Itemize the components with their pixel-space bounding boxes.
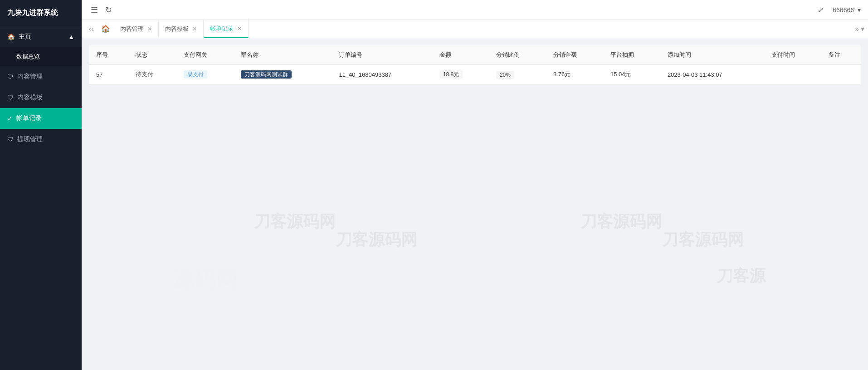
tab-content-management[interactable]: 内容管理 ✕ [114, 20, 159, 38]
content-area-inner: 序号 状态 支付网关 群名称 订单编号 金额 分销比例 分销金额 平台抽拥 添加… [89, 45, 861, 84]
cell-amount: 18.8元 [432, 65, 489, 84]
ratio-badge: 20% [496, 71, 514, 79]
col-group-name: 群名称 [234, 45, 332, 65]
cell-remark [821, 65, 861, 84]
sidebar-data-overview-label: 数据总览 [16, 53, 40, 60]
tab-bar-right: » ▾ [855, 25, 864, 33]
topbar-left: ☰ ↻ [89, 3, 114, 17]
sidebar-bill-record-label: 帐单记录 [16, 114, 42, 123]
sidebar-item-content-management[interactable]: 🛡 内容管理 [0, 66, 82, 87]
tab-bill-record-close[interactable]: ✕ [237, 26, 242, 31]
tab-content-template[interactable]: 内容模板 ✕ [159, 20, 204, 38]
shield-icon-1: 🛡 [7, 73, 14, 80]
gateway-badge: 易支付 [184, 70, 207, 79]
user-chevron-icon[interactable]: ▾ [858, 6, 861, 14]
shield-icon-3: 🛡 [7, 136, 14, 143]
tab-content-template-close[interactable]: ✕ [192, 26, 197, 32]
cell-gateway: 易支付 [176, 65, 234, 84]
tab-bill-record[interactable]: 帐单记录 ✕ [204, 20, 249, 38]
col-amount: 金额 [432, 45, 489, 65]
home-icon: 🏠 [7, 33, 15, 40]
table-header-row: 序号 状态 支付网关 群名称 订单编号 金额 分销比例 分销金额 平台抽拥 添加… [89, 45, 861, 65]
amount-badge: 18.8元 [439, 70, 463, 79]
col-ratio: 分销比例 [489, 45, 546, 65]
col-remark: 备注 [821, 45, 861, 65]
sidebar-item-bill-record[interactable]: ✓ 帐单记录 [0, 108, 82, 129]
bill-table: 序号 状态 支付网关 群名称 订单编号 金额 分销比例 分销金额 平台抽拥 添加… [89, 45, 861, 84]
app-logo: 九块九进群系统 [0, 0, 82, 26]
col-status: 状态 [128, 45, 176, 65]
tab-more-icon[interactable]: » [855, 25, 859, 33]
status-badge: 待支付 [136, 71, 153, 78]
sidebar-withdrawal-label: 提现管理 [17, 135, 43, 143]
sidebar-item-home[interactable]: 🏠 主页 ▲ [0, 26, 82, 47]
tab-content-management-label: 内容管理 [120, 25, 144, 33]
cell-pay-time [764, 65, 821, 84]
cell-platform-fee: 15.04元 [603, 65, 660, 84]
sidebar: 九块九进群系统 🏠 主页 ▲ 数据总览 🛡 内容管理 🛡 内容模板 ✓ 帐单记录… [0, 0, 82, 370]
cell-order-no: 11_40_1680493387 [332, 65, 432, 84]
main-content: ☰ ↻ ⤢ 666666 ▾ ‹‹ 🏠 内容管理 ✕ 内容模板 ✕ 帐单记录 ✕… [82, 0, 868, 370]
expand-icon[interactable]: ⤢ [818, 5, 824, 14]
app-title: 九块九进群系统 [7, 9, 58, 16]
cell-add-time: 2023-04-03 11:43:07 [660, 65, 764, 84]
tab-dropdown-icon[interactable]: ▾ [861, 25, 864, 33]
tab-content-template-label: 内容模板 [165, 25, 189, 33]
sidebar-content-management-label: 内容管理 [17, 73, 43, 81]
table-row: 57 待支付 易支付 刀客源码网测试群 11_40_1680493387 [89, 65, 861, 84]
sidebar-content-template-label: 内容模板 [17, 94, 43, 102]
col-platform-fee: 平台抽拥 [603, 45, 660, 65]
cell-dist-amount: 3.76元 [546, 65, 603, 84]
col-pay-time: 支付时间 [764, 45, 821, 65]
col-gateway: 支付网关 [176, 45, 234, 65]
tab-home-icon[interactable]: 🏠 [98, 23, 114, 35]
content-area: 刀客源码网 刀客源码网 刀客源码网 刀客源码网 源码网 刀客源 序号 状态 支付… [82, 38, 868, 370]
sidebar-item-data-overview[interactable]: 数据总览 [0, 47, 82, 66]
watermark-layer: 刀客源码网 刀客源码网 刀客源码网 刀客源码网 源码网 刀客源 [82, 38, 868, 370]
check-circle-icon: ✓ [7, 115, 13, 122]
cell-group-name: 刀客源码网测试群 [234, 65, 332, 84]
col-order-no: 订单编号 [332, 45, 432, 65]
tab-content-management-close[interactable]: ✕ [147, 26, 152, 32]
cell-seq: 57 [89, 65, 128, 84]
col-seq: 序号 [89, 45, 128, 65]
refresh-icon[interactable]: ↻ [103, 3, 114, 17]
shield-icon-2: 🛡 [7, 94, 14, 101]
sidebar-item-withdrawal[interactable]: 🛡 提现管理 [0, 129, 82, 150]
menu-toggle-icon[interactable]: ☰ [89, 3, 100, 17]
topbar: ☰ ↻ ⤢ 666666 ▾ [82, 0, 868, 20]
user-name: 666666 [833, 6, 854, 14]
col-dist-amount: 分销金额 [546, 45, 603, 65]
table-body: 57 待支付 易支付 刀客源码网测试群 11_40_1680493387 [89, 65, 861, 84]
sidebar-main-section: 🏠 主页 ▲ 数据总览 [0, 26, 82, 66]
sidebar-item-content-template[interactable]: 🛡 内容模板 [0, 87, 82, 108]
chevron-up-icon: ▲ [68, 33, 74, 40]
table-container: 序号 状态 支付网关 群名称 订单编号 金额 分销比例 分销金额 平台抽拥 添加… [89, 45, 861, 84]
group-name-badge: 刀客源码网测试群 [241, 70, 292, 79]
cell-ratio: 20% [489, 65, 546, 84]
tab-prev-icon[interactable]: ‹‹ [85, 23, 98, 35]
tab-bar: ‹‹ 🏠 内容管理 ✕ 内容模板 ✕ 帐单记录 ✕ » ▾ [82, 20, 868, 38]
table-header: 序号 状态 支付网关 群名称 订单编号 金额 分销比例 分销金额 平台抽拥 添加… [89, 45, 861, 65]
tab-bill-record-label: 帐单记录 [210, 25, 234, 33]
col-add-time: 添加时间 [660, 45, 764, 65]
sidebar-sub-items: 数据总览 [0, 47, 82, 66]
topbar-right: ⤢ 666666 ▾ [818, 5, 861, 14]
sidebar-home-label: 主页 [19, 33, 31, 41]
cell-status: 待支付 [128, 65, 176, 84]
